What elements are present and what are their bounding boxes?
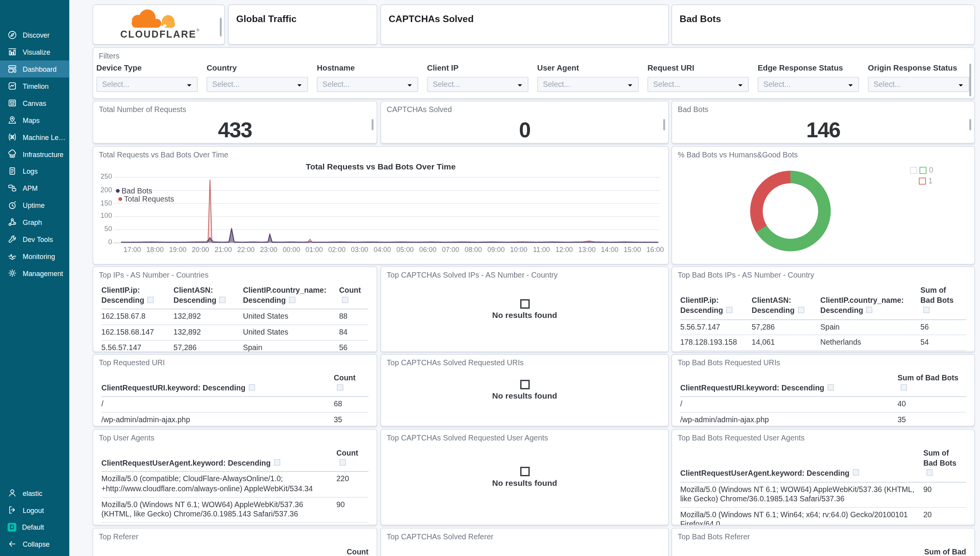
table-cell: 84 bbox=[339, 325, 369, 340]
legend-item-bad-bots[interactable]: Bad Bots bbox=[116, 186, 152, 195]
sort-box-icon bbox=[852, 470, 859, 476]
sidebar-item-label: Management bbox=[22, 269, 63, 277]
sidebar-item-management[interactable]: Management bbox=[0, 264, 69, 281]
filter-edge-response-status-select[interactable]: Select... bbox=[758, 77, 859, 92]
filter-device-type-select[interactable]: Select... bbox=[97, 77, 198, 92]
column-header[interactable]: Sum of Bad Bots bbox=[920, 284, 966, 319]
table-panel-title: Top Bad Bots IPs - AS Number - Country bbox=[678, 271, 814, 280]
pie-legend-row-0[interactable]: 0 bbox=[910, 166, 933, 174]
filter-client-ip-select[interactable]: Select... bbox=[427, 77, 529, 92]
sidebar-item-label: Graph bbox=[22, 218, 42, 226]
column-header[interactable]: ClientASN: Descending bbox=[752, 284, 820, 319]
top-uri-table: ClientRequestURI.keyword: DescendingCoun… bbox=[102, 372, 369, 426]
column-header[interactable]: ClientRequestUserAgent.keyword: Descendi… bbox=[102, 447, 336, 472]
panel-scrollbar[interactable] bbox=[969, 64, 971, 96]
table-panel-title: Top Requested URI bbox=[99, 358, 165, 367]
sidebar-item-dashboard[interactable]: Dashboard bbox=[0, 60, 69, 78]
top-bad-bot-uri-panel: Top Bad Bots Requested URIs ClientReques… bbox=[671, 354, 975, 426]
sidebar-item-logs[interactable]: Logs bbox=[0, 162, 69, 180]
column-header[interactable]: ClientRequestUserAgent.keyword: Descendi… bbox=[680, 447, 923, 482]
sidebar-item-monitoring[interactable]: Monitoring bbox=[0, 248, 69, 265]
sidebar-item-label: Dashboard bbox=[22, 65, 56, 73]
column-header[interactable]: Count bbox=[339, 284, 369, 309]
sidebar-item-timelion[interactable]: Timelion bbox=[0, 78, 69, 95]
filter-group-edge-response-status: Edge Response StatusSelect... bbox=[758, 64, 859, 92]
no-results-label: No results found bbox=[492, 310, 557, 319]
sidebar-item-default[interactable]: DDefault bbox=[0, 518, 69, 535]
sidebar-item-visualize[interactable]: Visualize bbox=[0, 43, 69, 60]
sidebar-item-collapse[interactable]: Collapse bbox=[0, 535, 69, 553]
sidebar-item-dev-tools[interactable]: Dev Tools bbox=[0, 231, 69, 248]
table-cell: 88 bbox=[339, 309, 369, 325]
sidebar-item-label: Discover bbox=[22, 31, 50, 38]
panel-scrollbar[interactable] bbox=[372, 119, 374, 130]
sort-box-icon bbox=[927, 470, 933, 476]
sidebar-item-uptime[interactable]: Uptime bbox=[0, 197, 69, 214]
sort-box-icon bbox=[219, 297, 226, 303]
table-panel-title: Top IPs - AS Number - Countries bbox=[99, 271, 209, 280]
column-header[interactable]: ClientIP.ip: Descending bbox=[102, 284, 174, 309]
machine-learning-icon bbox=[7, 132, 17, 142]
table-cell: 162.158.67.8 bbox=[102, 309, 174, 325]
chevron-down-icon bbox=[186, 79, 192, 90]
filter-user-agent-select[interactable]: Select... bbox=[537, 77, 639, 92]
no-results-icon bbox=[520, 380, 529, 389]
kibana-dashboard-app: DiscoverVisualizeDashboardTimelionCanvas… bbox=[0, 0, 980, 556]
table-cell: Spain bbox=[243, 340, 339, 352]
column-header[interactable]: ClientIP.country_name: Descending bbox=[243, 284, 339, 309]
sidebar-item-label: Machine Le… bbox=[22, 133, 65, 141]
table-cell: /wp-admin/admin-ajax.php bbox=[102, 412, 334, 426]
legend-item-total-requests[interactable]: Total Requests bbox=[118, 195, 174, 204]
sidebar-item-logout[interactable]: Logout bbox=[0, 501, 69, 518]
column-header[interactable]: ClientIP.country_name: Descending bbox=[820, 284, 920, 319]
top-bad-bot-uri-table: ClientRequestURI.keyword: DescendingSum … bbox=[680, 372, 966, 426]
filter-request-uri-select[interactable]: Select... bbox=[647, 77, 749, 92]
table-row: 128.32.162.14525United States2 bbox=[680, 351, 966, 352]
table-cell: 35 bbox=[897, 412, 966, 426]
sort-box-icon bbox=[901, 384, 907, 390]
filter-hostname-select[interactable]: Select... bbox=[317, 77, 418, 92]
filter-label: Request URI bbox=[647, 64, 749, 73]
top-bad-bot-ips-panel: Top Bad Bots IPs - AS Number - Country C… bbox=[671, 266, 975, 352]
panel-scrollbar[interactable] bbox=[663, 119, 665, 130]
filter-country-select[interactable]: Select... bbox=[207, 77, 308, 92]
sidebar-footer-nav: elasticLogoutDDefaultCollapse bbox=[0, 484, 69, 552]
panel-scrollbar[interactable] bbox=[969, 119, 971, 130]
table-row: Mozilla/5.0 (compatible; CloudFlare-Alwa… bbox=[102, 472, 369, 497]
column-header[interactable]: Count bbox=[334, 372, 369, 397]
sidebar-item-graph[interactable]: Graph bbox=[0, 214, 69, 231]
sidebar-item-apm[interactable]: APM bbox=[0, 180, 69, 197]
table-cell: 128.32.162.145 bbox=[680, 351, 752, 352]
filter-group-country: CountrySelect... bbox=[207, 64, 308, 92]
sum-of-bad-bots-column-header[interactable]: Sum of Bad bbox=[924, 547, 966, 556]
table-panel-title: Top Bad Bots Requested User Agents bbox=[678, 433, 804, 442]
sidebar-item-canvas[interactable]: Canvas bbox=[0, 95, 69, 112]
column-header[interactable]: ClientRequestURI.keyword: Descending bbox=[102, 372, 334, 397]
captchas-solved-value: 0 bbox=[381, 118, 668, 142]
table-cell: 56 bbox=[339, 340, 369, 352]
sidebar-item-infrastructure[interactable]: Infrastructure bbox=[0, 145, 69, 162]
cloud-server-icon bbox=[7, 149, 17, 159]
pie-legend-row-1[interactable]: 1 bbox=[919, 176, 932, 185]
select-placeholder: Select... bbox=[323, 80, 407, 89]
select-placeholder: Select... bbox=[543, 80, 627, 89]
column-header[interactable]: ClientIP.ip: Descending bbox=[680, 284, 752, 319]
y-tick-label: 200 bbox=[93, 186, 112, 193]
column-header[interactable]: ClientASN: Descending bbox=[174, 284, 243, 309]
column-header[interactable]: Sum of Bad Bots bbox=[923, 447, 966, 482]
sidebar-item-machine-le[interactable]: Machine Le… bbox=[0, 128, 69, 145]
column-header[interactable]: ClientRequestURI.keyword: Descending bbox=[680, 372, 898, 397]
sidebar-item-maps[interactable]: Maps bbox=[0, 112, 69, 129]
column-header[interactable]: Sum of Bad Bots bbox=[897, 372, 966, 397]
table-panel-title: Top User Agents bbox=[99, 433, 154, 442]
sort-box-icon bbox=[726, 307, 732, 313]
sidebar-item-label: Default bbox=[22, 523, 44, 530]
panel-scrollbar[interactable] bbox=[220, 17, 222, 36]
column-header[interactable]: Count bbox=[336, 447, 369, 472]
logo-text: CLOUDFLARE bbox=[120, 29, 196, 40]
table-cell: 14,061 bbox=[752, 335, 820, 351]
filter-origin-response-status-select[interactable]: Select... bbox=[868, 77, 970, 92]
sidebar-item-elastic[interactable]: elastic bbox=[0, 484, 69, 501]
sidebar-item-discover[interactable]: Discover bbox=[0, 26, 69, 43]
count-column-header[interactable]: Count bbox=[347, 547, 368, 556]
